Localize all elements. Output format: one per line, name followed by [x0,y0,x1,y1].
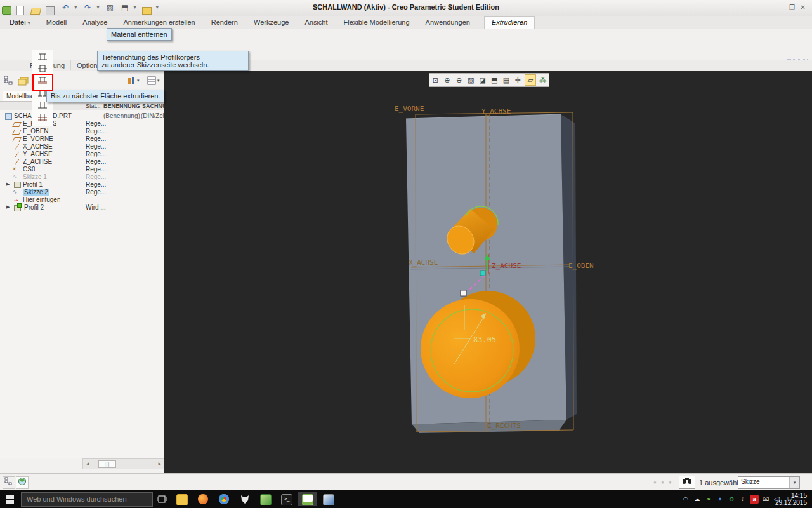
tree-row-skizze2-selected[interactable]: ∿ Skizze 2 Rege... [0,189,164,196]
tray-update-icon[interactable]: ♻ [727,495,736,504]
tray-cloud-icon[interactable]: ☁ [693,495,702,504]
paint-app-icon[interactable] [319,492,338,506]
window-title: SCHALLWAND (Aktiv) - Creo Parametric Stu… [0,3,812,11]
label-e-vorne[interactable]: E_VORNE [395,105,424,113]
tray-alienware-icon[interactable]: ◠ [681,495,690,504]
label-e-oben[interactable]: E_OBEN [568,262,594,270]
datum-planes-toggle-icon[interactable]: ▱ [525,74,537,86]
tray-sync-icon[interactable]: ✶ [716,495,724,504]
sketch-icon: ∿ [13,173,18,180]
expand-icon[interactable]: ▶ [6,182,10,187]
tray-leaf-icon[interactable]: ❧ [704,495,713,504]
tree-row-plane[interactable]: E_OBEN Rege... [0,128,164,135]
label-y-achse[interactable]: Y_ACHSE [481,107,511,116]
selection-filter-dropdown-icon[interactable]: ▾ [789,477,799,488]
column-benennung[interactable]: BENENNUNG [103,103,140,109]
tooltip-flip-direction: Tiefenrichtung des Profilkörpers zu ande… [97,51,249,71]
scrollbar-thumb[interactable]: ||| [98,460,116,468]
label-e-rechts[interactable]: E_RECHTS [487,422,521,430]
taskbar-search-box[interactable]: Web und Windows durchsuchen [21,492,153,507]
anchor-handle[interactable] [480,271,485,276]
diameter-dimension[interactable]: 83.05 [473,335,496,344]
start-button[interactable] [6,495,14,504]
tree-row-plane[interactable]: E_RECHTS Rege... [0,120,164,128]
column-sachnummer[interactable]: SACHNUMMER [142,103,164,109]
csys-toggle-icon[interactable]: ⁂ [537,75,548,85]
depth-symmetric-option[interactable] [32,62,53,74]
repaint-icon[interactable]: ▨ [466,75,476,85]
web-browser-icon[interactable] [16,476,29,489]
record-indicator-icon: ● [669,479,672,485]
tree-row-axis[interactable]: X_ACHSE Rege... [0,143,164,150]
tab-ansicht[interactable]: Ansicht [298,17,334,29]
minimize-button[interactable]: – [776,4,787,12]
tab-anwendungen[interactable]: Anwendungen [419,17,477,29]
label-x-achse[interactable]: X_ACHSE [409,258,438,267]
scroll-left-icon[interactable]: ◄ [85,461,90,467]
tree-row-csys[interactable]: × CS0 Rege... [0,166,164,173]
tree-settings-dropdown-icon[interactable]: ▾ [137,78,140,83]
tray-avira-icon[interactable]: a [750,495,759,504]
depth-drag-handle[interactable] [461,290,466,296]
tab-datei[interactable]: Datei ▾ [3,17,37,29]
tree-settings-icon[interactable] [127,76,136,87]
tray-usb-icon[interactable]: ⇪ [738,495,747,504]
find-binoculars-icon[interactable] [679,476,695,489]
saved-orientations-icon[interactable]: ⬒ [489,75,500,85]
tree-toggle-icon[interactable] [3,476,15,489]
tree-horizontal-scrollbar[interactable]: ◄ ||| ► [82,458,165,469]
tree-row-axis[interactable]: Y_ACHSE Rege... [0,150,164,158]
tree-row-part[interactable]: SCHALLWAND.PRT (Benennung) (DIN/Zchnr [0,112,164,120]
tree-row-plane[interactable]: E_VORNE Rege... [0,135,164,143]
tab-flexible-modellierung[interactable]: Flexible Modellierung [337,17,417,29]
tray-network-icon[interactable]: ⌧ [761,495,770,504]
chrome-icon[interactable] [214,492,233,506]
tab-werkzeuge[interactable]: Werkzeuge [247,17,296,29]
tree-columns-dropdown-icon[interactable]: ▾ [157,78,160,83]
tree-columns-icon[interactable] [147,76,156,87]
command-prompt-icon[interactable]: >_ [277,492,296,506]
tab-anmerkungen[interactable]: Anmerkungen erstellen [117,17,202,29]
close-button[interactable]: ✕ [797,4,808,12]
tab-extrudieren[interactable]: Extrudieren [484,16,535,29]
tab-rendern[interactable]: Rendern [204,17,245,29]
graphics-toolbar: ⊡ ⊕ ⊖ ▨ ◪ ⬒ ▤ ✛ ▱ ⁂ [429,73,549,87]
tooltip-material-entfernen: Material entfernen [107,28,172,41]
tree-row-profil2[interactable]: ▶ Profil 2 Wird ... [0,204,164,211]
tree-row-insert-here[interactable]: → Hier einfügen [0,196,164,204]
folder-browser-icon[interactable] [18,76,29,87]
maximize-button[interactable]: ❐ [787,4,797,12]
creo-taskbar-icon[interactable] [298,492,317,506]
taskbar-clock[interactable]: 14:15 29.12.2015 [775,492,807,506]
tab-modell[interactable]: Modell [39,17,74,29]
tree-row-axis[interactable]: Z_ACHSE Rege... [0,158,164,166]
column-stat[interactable]: Stat... [86,103,101,109]
tree-row-sketch-hidden[interactable]: ∿ Skizze 1 Rege... [0,173,164,181]
zoom-in-icon[interactable]: ⊕ [442,75,453,85]
selection-filter-combo[interactable]: Skizze ▾ [738,476,800,489]
scroll-right-icon[interactable]: ► [157,461,162,467]
graphics-area[interactable]: 83.05 E_VORNE Y_ACHSE X_ACHSE Z_ACHSE E_… [164,71,812,473]
large-cylinder[interactable] [421,299,520,398]
record-indicator-icon: ● [661,479,664,485]
firefox-icon[interactable] [193,492,213,506]
expand-icon[interactable]: ▶ [6,204,10,210]
file-explorer-icon[interactable] [173,492,192,506]
task-view-icon[interactable] [152,492,171,506]
depth-through-all-option[interactable] [32,110,53,123]
zoom-fit-icon[interactable]: ⊡ [430,75,441,85]
display-style-icon[interactable]: ◪ [477,75,488,85]
depth-blind-option[interactable] [32,50,53,62]
label-z-achse[interactable]: Z_ACHSE [492,262,521,270]
model-tree: SCHALLWAND.PRT (Benennung) (DIN/Zchnr E_… [0,110,164,458]
tree-row-profil1[interactable]: ▶ Profil 1 Rege... [0,181,164,189]
clock-date: 29.12.2015 [775,499,807,506]
datum-axes-toggle-icon[interactable]: ✛ [513,75,523,85]
status-bar: ● ● ● 1 ausgewählt Skizze ▾ [0,473,812,491]
photos-app-icon[interactable] [256,492,275,506]
zoom-out-icon[interactable]: ⊖ [454,75,464,85]
tree-view-icon[interactable] [4,76,14,87]
tab-analyse[interactable]: Analyse [75,17,114,29]
view-manager-icon[interactable]: ▤ [501,75,512,85]
fox-app-icon[interactable] [235,492,254,506]
